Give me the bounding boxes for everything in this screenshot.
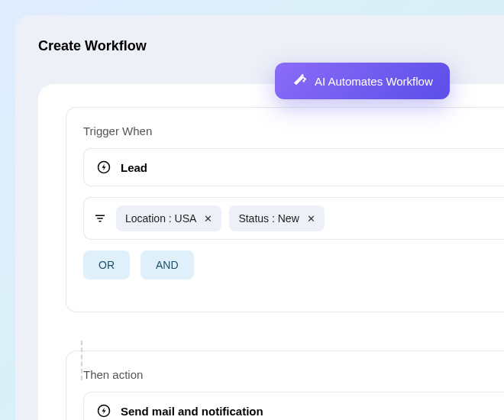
wand-icon [292, 73, 307, 89]
filter-icon [93, 212, 107, 225]
action-entity-field[interactable]: Send mail and notification [83, 392, 504, 420]
action-section: Then action Send mail and notification [66, 351, 504, 420]
or-button[interactable]: OR [83, 250, 130, 279]
svg-point-6 [305, 79, 305, 79]
page-title: Create Workflow [38, 38, 504, 54]
trigger-entity-field[interactable]: Lead [83, 148, 504, 186]
trigger-entity-text: Lead [121, 161, 147, 174]
filter-chip-status[interactable]: Status : New ✕ [229, 205, 324, 231]
chip-label: Location : USA [125, 212, 196, 225]
filter-chip-location[interactable]: Location : USA ✕ [116, 205, 221, 231]
close-icon[interactable]: ✕ [204, 213, 212, 225]
logic-row: OR AND [83, 250, 504, 279]
trigger-section: Trigger When Lead Location : USA ✕ [66, 107, 504, 312]
svg-point-5 [303, 80, 304, 81]
action-label: Then action [83, 368, 504, 381]
bolt-icon [96, 403, 111, 418]
and-button[interactable]: AND [141, 250, 194, 279]
action-entity-text: Send mail and notification [121, 405, 263, 418]
trigger-label: Trigger When [83, 124, 504, 137]
connector-line [81, 341, 82, 380]
ai-automates-button[interactable]: AI Automates Workflow [275, 63, 450, 99]
bolt-icon [96, 160, 111, 175]
filter-row[interactable]: Location : USA ✕ Status : New ✕ [83, 197, 504, 240]
chip-label: Status : New [238, 212, 299, 225]
ai-button-label: AI Automates Workflow [315, 75, 433, 88]
svg-point-7 [302, 75, 303, 76]
close-icon[interactable]: ✕ [307, 213, 315, 225]
workflow-card: Trigger When Lead Location : USA ✕ [38, 84, 504, 420]
